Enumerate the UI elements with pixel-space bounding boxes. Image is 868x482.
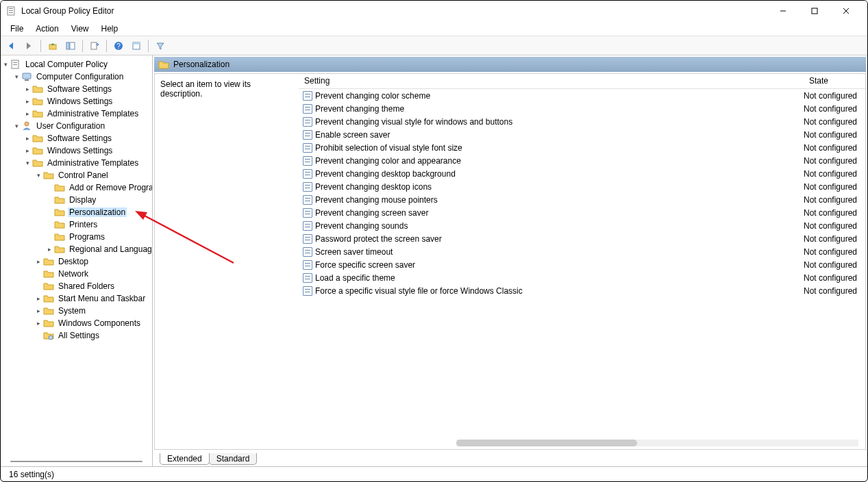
tree-label[interactable]: Windows Settings bbox=[46, 97, 114, 106]
list-row[interactable]: Prevent changing soundsNot configured bbox=[299, 219, 865, 232]
tree-item[interactable]: Shared Folders bbox=[1, 280, 152, 292]
list-row[interactable]: Prevent changing desktop iconsNot config… bbox=[299, 180, 865, 193]
expander-icon[interactable] bbox=[1, 60, 10, 69]
content-horizontal-scrollbar[interactable] bbox=[456, 440, 858, 446]
list-row[interactable]: Prohibit selection of visual style font … bbox=[299, 141, 865, 154]
tree-item[interactable]: Computer Configuration bbox=[1, 71, 152, 83]
tree-item[interactable]: Regional and Language Options bbox=[1, 243, 152, 255]
tree-item[interactable]: User Configuration bbox=[1, 120, 152, 132]
tree-item[interactable]: All Settings bbox=[1, 329, 152, 342]
expander-icon[interactable] bbox=[34, 170, 43, 180]
expander-icon[interactable] bbox=[34, 294, 43, 303]
tree-label[interactable]: Windows Settings bbox=[46, 146, 114, 155]
list-row[interactable]: Prevent changing desktop backgroundNot c… bbox=[299, 167, 865, 180]
expander-icon[interactable] bbox=[45, 244, 54, 254]
tree-horizontal-scrollbar[interactable] bbox=[10, 461, 142, 462]
tree-item[interactable]: Network bbox=[1, 268, 152, 280]
tree-item[interactable]: System bbox=[1, 305, 152, 317]
tree-label[interactable]: Display bbox=[68, 195, 97, 205]
tree-label[interactable]: Administrative Templates bbox=[46, 158, 140, 168]
tree-label[interactable]: Desktop bbox=[57, 257, 90, 266]
column-state[interactable]: State bbox=[804, 74, 865, 88]
tree-item[interactable]: Windows Settings bbox=[1, 144, 152, 157]
tree-label[interactable]: Regional and Language Options bbox=[68, 244, 153, 254]
tree-label[interactable]: Software Settings bbox=[46, 134, 113, 143]
tree-label[interactable]: Administrative Templates bbox=[46, 109, 140, 118]
expander-icon[interactable] bbox=[23, 158, 32, 168]
tree-item[interactable]: Display bbox=[1, 194, 152, 206]
tab-extended[interactable]: Extended bbox=[160, 453, 210, 465]
tree-item[interactable]: Printers bbox=[1, 218, 152, 231]
up-folder-button[interactable] bbox=[45, 38, 60, 53]
list-row[interactable]: Prevent changing visual style for window… bbox=[299, 115, 865, 128]
expander-icon[interactable] bbox=[12, 72, 21, 81]
menu-action[interactable]: Action bbox=[30, 23, 64, 35]
expander-icon[interactable] bbox=[34, 318, 43, 328]
tree-label[interactable]: Computer Configuration bbox=[35, 72, 125, 81]
expander-icon[interactable] bbox=[23, 109, 32, 118]
forward-button[interactable] bbox=[21, 38, 36, 53]
list-row[interactable]: Load a specific themeNot configured bbox=[299, 271, 865, 284]
tree-item[interactable]: Local Computer Policy bbox=[1, 58, 152, 71]
tree-label[interactable]: Software Settings bbox=[46, 84, 113, 94]
tree-item[interactable]: Windows Settings bbox=[1, 95, 152, 107]
tree-item[interactable]: Administrative Templates bbox=[1, 157, 152, 169]
tree-item[interactable]: Programs bbox=[1, 231, 152, 243]
expander-icon[interactable] bbox=[12, 121, 21, 131]
filter-button[interactable] bbox=[153, 38, 168, 53]
export-list-button[interactable] bbox=[87, 38, 102, 53]
minimize-button[interactable] bbox=[767, 1, 799, 21]
properties-button[interactable] bbox=[129, 38, 144, 53]
tree-item[interactable]: Desktop bbox=[1, 255, 152, 268]
menu-view[interactable]: View bbox=[66, 23, 95, 35]
tree-item[interactable]: Start Menu and Taskbar bbox=[1, 292, 152, 305]
expander-icon[interactable] bbox=[34, 257, 43, 266]
tree-label[interactable]: Shared Folders bbox=[57, 281, 116, 291]
tree-item[interactable]: Add or Remove Programs bbox=[1, 181, 152, 194]
back-button[interactable] bbox=[3, 38, 18, 53]
menu-help[interactable]: Help bbox=[96, 23, 124, 35]
tree-item[interactable]: Control Panel bbox=[1, 169, 152, 181]
close-button[interactable] bbox=[830, 1, 862, 21]
tree-label[interactable]: Personalization bbox=[68, 207, 127, 217]
tree-item[interactable]: Personalization bbox=[1, 206, 152, 218]
list-row[interactable]: Force specific screen saverNot configure… bbox=[299, 258, 865, 271]
show-hide-tree-button[interactable] bbox=[63, 38, 78, 53]
tree-item[interactable]: Administrative Templates bbox=[1, 107, 152, 120]
tree-label[interactable]: System bbox=[57, 306, 87, 316]
expander-icon[interactable] bbox=[23, 134, 32, 143]
tree-label[interactable]: Network bbox=[57, 269, 90, 279]
tree-label[interactable]: Local Computer Policy bbox=[24, 60, 109, 69]
list-row[interactable]: Prevent changing mouse pointersNot confi… bbox=[299, 193, 865, 206]
tree-label[interactable]: All Settings bbox=[57, 331, 101, 340]
tree-label[interactable]: Programs bbox=[68, 232, 106, 242]
expander-icon[interactable] bbox=[23, 146, 32, 155]
list-row[interactable]: Password protect the screen saverNot con… bbox=[299, 232, 865, 245]
tree-label[interactable]: Add or Remove Programs bbox=[68, 183, 153, 192]
tree-label[interactable]: Windows Components bbox=[57, 318, 142, 328]
tree-label[interactable]: User Configuration bbox=[35, 121, 106, 131]
tree-item[interactable]: Windows Components bbox=[1, 317, 152, 329]
list-row[interactable]: Prevent changing screen saverNot configu… bbox=[299, 206, 865, 219]
list-row[interactable]: Force a specific visual style file or fo… bbox=[299, 284, 865, 297]
tree-label[interactable]: Start Menu and Taskbar bbox=[57, 294, 147, 303]
tree-label[interactable]: Control Panel bbox=[57, 170, 110, 180]
list-row[interactable]: Enable screen saverNot configured bbox=[299, 128, 865, 141]
maximize-button[interactable] bbox=[799, 1, 830, 21]
expander-icon[interactable] bbox=[23, 84, 32, 94]
column-setting[interactable]: Setting bbox=[299, 74, 804, 88]
tab-standard[interactable]: Standard bbox=[209, 453, 258, 465]
tree-pane[interactable]: Local Computer PolicyComputer Configurat… bbox=[1, 55, 153, 466]
list-row[interactable]: Prevent changing color and appearanceNot… bbox=[299, 154, 865, 167]
tree-item[interactable]: Software Settings bbox=[1, 83, 152, 95]
expander-icon[interactable] bbox=[23, 97, 32, 106]
tree-item[interactable]: Software Settings bbox=[1, 132, 152, 144]
help-button[interactable]: ? bbox=[111, 38, 126, 53]
tree-label[interactable]: Printers bbox=[68, 220, 99, 229]
list-row[interactable]: Prevent changing themeNot configured bbox=[299, 102, 865, 115]
menu-file[interactable]: File bbox=[5, 23, 29, 35]
list-row[interactable]: Prevent changing color schemeNot configu… bbox=[299, 89, 865, 102]
list-header[interactable]: Setting State bbox=[299, 74, 865, 89]
expander-icon[interactable] bbox=[34, 306, 43, 316]
list-row[interactable]: Screen saver timeoutNot configured bbox=[299, 245, 865, 258]
